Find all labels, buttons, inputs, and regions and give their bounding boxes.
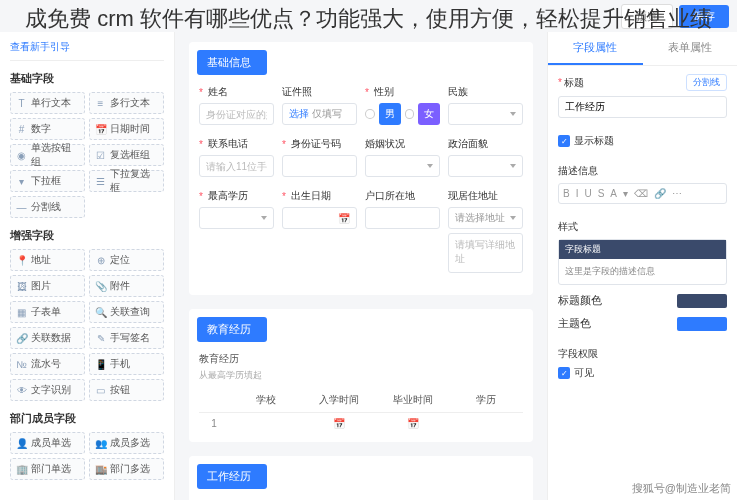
select-addr[interactable]: 请选择地址 [448,207,523,229]
gender-radio2[interactable] [405,109,415,119]
gender-male[interactable]: 男 [379,103,401,125]
field-relation-data[interactable]: 🔗关联数据 [10,327,85,349]
select-marriage[interactable] [365,155,440,177]
prop-title-input[interactable] [558,96,727,118]
guide-link[interactable]: 查看新手引导 [10,40,164,61]
title-color-label: 标题颜色 [558,293,602,308]
ocr-icon: 👁 [16,385,27,396]
phone-icon: 📱 [95,359,106,370]
select-politics[interactable] [448,155,523,177]
input-name[interactable] [199,103,274,125]
label-birth: 出生日期 [282,189,357,203]
field-serial[interactable]: №流水号 [10,353,85,375]
edu-table-head: 学校 入学时间 毕业时间 学历 [199,388,523,413]
field-datetime[interactable]: 📅日期时间 [89,118,164,140]
multitext-icon: ≡ [95,98,106,109]
query-icon: 🔍 [95,307,106,318]
field-relation-query[interactable]: 🔍关联查询 [89,301,164,323]
select-nation[interactable] [448,103,523,125]
show-title-checkbox[interactable]: ✓显示标题 [558,134,727,148]
label-phone: 联系电话 [199,137,274,151]
field-dept-single[interactable]: 🏢部门单选 [10,458,85,480]
label-edu: 最高学历 [199,189,274,203]
field-signature[interactable]: ✎手写签名 [89,327,164,349]
input-idphoto[interactable]: 选择 仅填写 [282,103,357,125]
tab-form-props[interactable]: 表单属性 [643,32,738,65]
field-select[interactable]: ▾下拉框 [10,170,85,192]
location-icon: 📍 [16,255,27,266]
field-recycle-bin[interactable]: 🗑 字段回收站 [10,494,164,500]
field-member-multi[interactable]: 👥成员多选 [89,432,164,454]
style-preview[interactable]: 字段标题 这里是字段的描述信息 [558,239,727,285]
font-icon[interactable]: A [610,188,617,199]
divider-button[interactable]: 分割线 [686,74,727,91]
title-color-swatch[interactable] [677,294,727,308]
link-icon: 🔗 [16,333,27,344]
field-member-single[interactable]: 👤成员单选 [10,432,85,454]
calendar-icon: 📅 [333,418,345,429]
field-dept-multi[interactable]: 🏬部门多选 [89,458,164,480]
field-address[interactable]: 📍地址 [10,249,85,271]
field-image[interactable]: 🖼图片 [10,275,85,297]
panel-basic-info[interactable]: 基础信息 姓名 证件照选择 仅填写 性别男女 民族 联系电话 身份证号码 婚姻状… [189,42,533,295]
field-subform[interactable]: ▦子表单 [10,301,85,323]
field-phone[interactable]: 📱手机 [89,353,164,375]
label-gender: 性别 [365,85,440,99]
label-huji: 户口所在地 [365,189,440,203]
label-marriage: 婚姻状况 [365,137,440,151]
serial-icon: № [16,359,27,370]
right-panel: 字段属性 表单属性 标题分割线 ✓显示标题 描述信息 BIUSA▾⌫🔗⋯ 样式 … [547,32,737,500]
field-attachment[interactable]: 📎附件 [89,275,164,297]
gender-female[interactable]: 女 [418,103,440,125]
watermark: 搜狐号@制造业老简 [632,481,731,496]
edu-table-row[interactable]: 1 📅 📅 [199,413,523,434]
button-icon: ▭ [95,385,106,396]
underline-icon[interactable]: U [584,188,591,199]
color-icon[interactable]: ▾ [623,188,628,199]
edu-hint: 从最高学历填起 [189,369,533,382]
field-number[interactable]: #数字 [10,118,85,140]
preview-button[interactable]: 预览 [621,4,673,29]
checkbox-icon: ☑ [95,150,106,161]
field-checkbox[interactable]: ☑复选框组 [89,144,164,166]
check-icon: ✓ [558,367,570,379]
bold-icon[interactable]: B [563,188,570,199]
input-phone[interactable] [199,155,274,177]
input-birth[interactable]: 📅 [282,207,357,229]
gender-radio[interactable] [365,109,375,119]
field-divider[interactable]: —分割线 [10,196,85,218]
panel-work[interactable]: 工作经历 [189,456,533,500]
chevron-down-icon [510,216,516,220]
tab-field-props[interactable]: 字段属性 [548,32,643,65]
select-edu[interactable] [199,207,274,229]
style-label: 样式 [558,220,727,234]
field-button[interactable]: ▭按钮 [89,379,164,401]
signature-icon: ✎ [95,333,106,344]
gps-icon: ⊕ [95,255,106,266]
field-radio[interactable]: ◉单选按钮组 [10,144,85,166]
field-multi-text[interactable]: ≡多行文本 [89,92,164,114]
attachment-icon: 📎 [95,281,106,292]
save-button[interactable]: 保存 [679,5,729,28]
textarea-addr-detail[interactable] [448,233,523,273]
input-idno[interactable] [282,155,357,177]
link-icon[interactable]: 🔗 [654,188,666,199]
theme-color-label: 主题色 [558,316,591,331]
panel-head-basic: 基础信息 [197,50,267,75]
input-huji[interactable] [365,207,440,229]
field-single-text[interactable]: T单行文本 [10,92,85,114]
field-multiselect[interactable]: ☰下拉复选框 [89,170,164,192]
field-location[interactable]: ⊕定位 [89,249,164,271]
panel-education[interactable]: 教育经历 教育经历 从最高学历填起 学校 入学时间 毕业时间 学历 1 📅 📅 [189,309,533,442]
italic-icon[interactable]: I [576,188,579,199]
chevron-down-icon [427,164,433,168]
clear-icon[interactable]: ⌫ [634,188,648,199]
chevron-down-icon [510,164,516,168]
more-icon[interactable]: ⋯ [672,188,682,199]
label-idphoto: 证件照 [282,85,357,99]
strike-icon[interactable]: S [598,188,605,199]
rich-toolbar[interactable]: BIUSA▾⌫🔗⋯ [558,183,727,204]
field-ocr[interactable]: 👁文字识别 [10,379,85,401]
visible-checkbox[interactable]: ✓可见 [558,366,727,380]
theme-color-swatch[interactable] [677,317,727,331]
